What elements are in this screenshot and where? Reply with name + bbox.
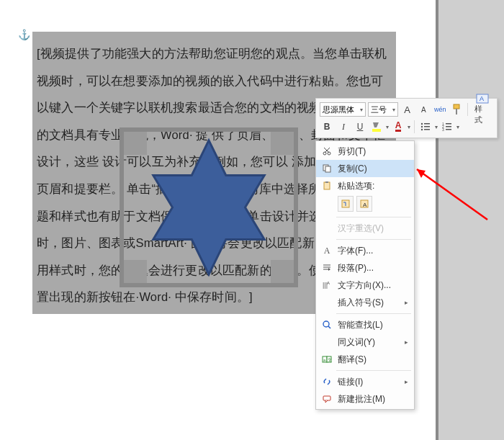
menu-cut[interactable]: 剪切(T) xyxy=(316,143,414,160)
styles-gallery-button[interactable]: A 样式 xyxy=(472,94,493,125)
highlight-icon xyxy=(371,121,382,133)
chevron-down-icon[interactable]: ▾ xyxy=(386,124,389,130)
menu-separator xyxy=(336,217,411,217)
menu-font[interactable]: A 字体(F)... xyxy=(316,242,414,259)
anchor-icon: ⚓ xyxy=(18,29,30,40)
svg-rect-11 xyxy=(424,129,430,130)
menu-hanzi-reselect: 汉字重选(V) xyxy=(316,220,414,237)
paste-options-row: A xyxy=(316,194,414,215)
mini-toolbar: 思源黑体 ▾ 三号 ▾ A A wén A 样式 B I U ▾ A ▾ xyxy=(315,98,498,138)
context-menu: 剪切(T) 复制(C) 粘贴选项: A 汉字重选(V) A 字体(F)... 段… xyxy=(315,140,415,410)
svg-text:A: A xyxy=(363,202,367,208)
highlight-color-button[interactable] xyxy=(369,120,384,134)
menu-copy[interactable]: 复制(C) xyxy=(316,160,414,177)
svg-rect-2 xyxy=(456,109,457,115)
menu-translate[interactable]: a文 翻译(S) xyxy=(316,351,414,368)
grow-font-button[interactable]: A xyxy=(400,102,415,117)
svg-text:3: 3 xyxy=(442,127,444,132)
numbering-button[interactable]: 123 xyxy=(440,120,454,134)
blank-icon xyxy=(320,336,333,349)
star-shape-object[interactable] xyxy=(120,127,298,287)
menu-smart-lookup[interactable]: 智能查找(L) xyxy=(316,316,414,333)
menu-label: 字体(F)... xyxy=(338,245,408,257)
font-icon: A xyxy=(320,244,333,257)
chevron-down-icon: ▾ xyxy=(392,107,395,113)
translate-icon: a文 xyxy=(320,353,333,366)
text-direction-icon: |||A xyxy=(320,279,333,292)
svg-point-34 xyxy=(323,321,329,327)
svg-point-10 xyxy=(421,129,423,130)
menu-label: 汉字重选(V) xyxy=(338,223,408,235)
menu-separator xyxy=(336,313,411,314)
svg-rect-1 xyxy=(454,104,459,109)
chevron-down-icon[interactable]: ▾ xyxy=(408,124,410,130)
menu-label: 新建批注(M) xyxy=(338,393,408,405)
svg-point-8 xyxy=(421,126,423,127)
styles-label: 样式 xyxy=(474,104,490,125)
chevron-down-icon[interactable]: ▾ xyxy=(435,124,438,130)
font-color-button[interactable]: A xyxy=(391,120,405,134)
menu-label: 剪切(T) xyxy=(338,145,408,158)
menu-label: 粘贴选项: xyxy=(338,180,408,192)
menu-paragraph[interactable]: 段落(P)... xyxy=(316,259,414,277)
menu-label: 翻译(S) xyxy=(338,354,408,366)
menu-separator xyxy=(336,370,411,371)
underline-button[interactable]: U xyxy=(353,120,367,134)
menu-link[interactable]: 链接(I) ▸ xyxy=(316,373,414,390)
clipboard-icon xyxy=(320,179,333,192)
search-icon xyxy=(320,318,333,331)
bullets-icon xyxy=(420,122,431,132)
bold-button[interactable]: B xyxy=(320,120,334,134)
menu-label: 同义词(Y) xyxy=(338,336,405,349)
menu-separator xyxy=(336,239,411,240)
scissors-icon xyxy=(320,145,333,158)
font-name-combo[interactable]: 思源黑体 ▾ xyxy=(320,102,366,117)
paste-option-icon xyxy=(341,199,351,209)
menu-insert-symbol[interactable]: 插入符号(S) ▸ xyxy=(316,294,414,311)
svg-rect-7 xyxy=(424,123,430,125)
menu-new-comment[interactable]: 新建批注(M) xyxy=(316,390,414,408)
menu-label: 段落(P)... xyxy=(338,262,408,274)
chevron-down-icon[interactable]: ▾ xyxy=(456,124,459,130)
comment-icon xyxy=(320,392,333,405)
blank-icon xyxy=(320,296,333,309)
svg-text:A: A xyxy=(480,95,484,102)
italic-button[interactable]: I xyxy=(336,120,351,134)
styles-icon: A xyxy=(476,94,489,104)
svg-rect-23 xyxy=(325,166,330,172)
svg-point-6 xyxy=(421,123,423,125)
separator xyxy=(467,103,468,116)
numbering-icon: 123 xyxy=(442,122,452,132)
svg-line-35 xyxy=(328,326,330,328)
font-size-combo[interactable]: 三号 ▾ xyxy=(368,102,398,117)
menu-label: 文字方向(X)... xyxy=(338,279,408,292)
bullets-button[interactable] xyxy=(418,120,433,134)
menu-label: 插入符号(S) xyxy=(338,297,405,309)
menu-label: 复制(C) xyxy=(338,163,408,175)
paste-text-only-button[interactable]: A xyxy=(356,196,372,212)
star6-icon xyxy=(130,136,287,279)
format-painter-icon xyxy=(451,104,462,115)
phonetic-guide-button[interactable]: wén xyxy=(433,102,447,117)
svg-rect-40 xyxy=(323,396,330,400)
svg-text:A: A xyxy=(327,281,330,285)
shrink-font-button[interactable]: A xyxy=(416,102,431,117)
paste-keep-source-button[interactable] xyxy=(338,196,354,212)
menu-paste-header: 粘贴选项: xyxy=(316,177,414,194)
submenu-arrow-icon: ▸ xyxy=(405,299,408,306)
paste-option-icon: A xyxy=(359,199,369,209)
menu-text-direction[interactable]: |||A 文字方向(X)... xyxy=(316,277,414,294)
svg-rect-13 xyxy=(446,123,451,125)
svg-marker-0 xyxy=(153,140,264,274)
submenu-arrow-icon: ▸ xyxy=(405,338,408,346)
format-painter-button[interactable] xyxy=(449,102,464,117)
svg-rect-9 xyxy=(424,126,430,127)
svg-rect-17 xyxy=(446,129,451,130)
blank-icon xyxy=(320,222,333,235)
menu-synonyms[interactable]: 同义词(Y) ▸ xyxy=(316,333,414,351)
svg-rect-25 xyxy=(325,181,328,183)
svg-rect-5 xyxy=(372,129,381,132)
svg-rect-15 xyxy=(446,126,451,127)
svg-rect-24 xyxy=(324,182,330,189)
svg-text:文: 文 xyxy=(328,357,332,362)
